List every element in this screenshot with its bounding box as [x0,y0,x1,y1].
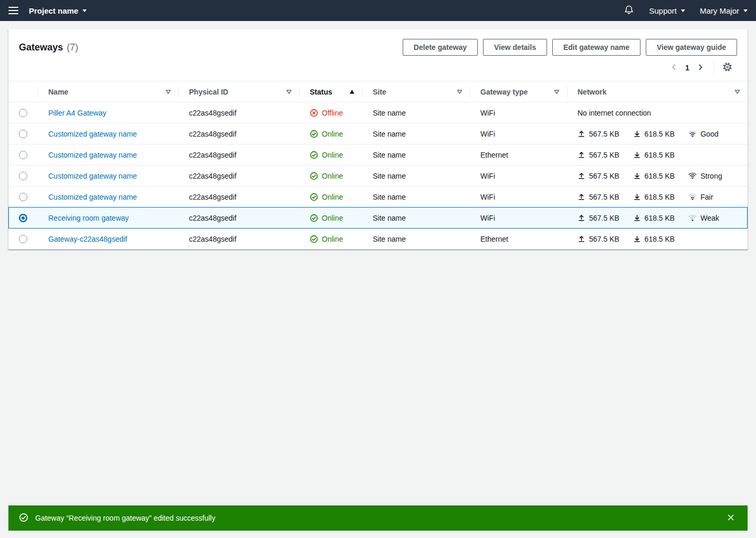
physical-id-cell: c22as48gsedif [178,229,299,249]
row-radio[interactable] [19,172,27,180]
status-text: Online [322,130,343,138]
network-cell: 567.5 KB618.5 KB [567,144,748,165]
wifi-icon [688,193,697,201]
select-cell [8,165,38,186]
table-settings-button[interactable] [720,61,734,75]
table-row[interactable]: Customized gateway namec22as48gsedifOnli… [8,165,748,187]
gateway-type-cell: Ethernet [470,144,567,165]
wifi-signal-label: Fair [700,193,713,201]
download-stat: 618.5 KB [633,235,675,243]
upload-value: 567.5 KB [589,193,620,201]
download-icon [633,151,641,159]
flashbar-close-button[interactable] [724,511,737,525]
row-radio[interactable] [19,151,27,159]
chevron-down-icon [82,9,87,12]
status-online-icon [310,193,318,201]
download-icon [633,172,641,180]
select-cell [8,144,38,165]
edit-gateway-name-button[interactable]: Edit gateway name [552,39,640,56]
column-header-network[interactable]: Network [567,81,748,102]
name-cell: Receiving room gateway [38,208,178,228]
gateway-type-cell: WiFi [470,123,567,144]
status-text: Offline [322,109,343,117]
project-name-menu[interactable]: Project name [29,6,87,15]
sort-ascending-icon [349,89,355,95]
column-header-gateway_type[interactable]: Gateway type [470,81,567,102]
network-cell: 567.5 KB618.5 KBFair [567,187,748,207]
support-menu[interactable]: Support [649,6,685,15]
upload-icon [578,130,585,138]
row-radio[interactable] [19,193,27,201]
notifications-button[interactable] [624,5,634,17]
status-indicator: Online [310,151,343,159]
name-cell: Customized gateway name [38,165,178,186]
wifi-signal-stat: Weak [688,214,719,222]
physical-id-cell: c22as48gsedif [178,102,299,123]
row-radio-selected[interactable] [19,214,27,222]
select-cell [8,229,38,249]
gateway-name-link[interactable]: Gateway-c22as48gsedif [48,235,127,243]
table-row[interactable]: Customized gateway namec22as48gsedifOnli… [8,187,748,208]
status-indicator: Online [310,193,343,201]
delete-gateway-button[interactable]: Delete gateway [403,39,478,56]
gateway-name-link[interactable]: Customized gateway name [48,151,137,159]
upload-stat: 567.5 KB [578,214,620,222]
status-cell: Online [299,144,362,165]
column-header-label: Network [578,88,606,96]
wifi-signal-stat: Strong [688,172,722,180]
row-radio[interactable] [19,109,27,117]
table-header-row: NamePhysical IDStatusSiteGateway typeNet… [8,81,748,102]
view-details-button[interactable]: View details [483,39,547,56]
hamburger-menu-icon[interactable] [8,7,18,14]
toolbar-divider [713,61,714,75]
gateway-name-link[interactable]: Customized gateway name [48,193,137,201]
status-online-icon [310,235,318,243]
project-name-label: Project name [29,6,78,15]
upload-value: 567.5 KB [589,151,620,159]
table-row[interactable]: Customized gateway namec22as48gsedifOnli… [8,144,748,165]
gateway-type-cell: WiFi [470,208,567,228]
upload-stat: 567.5 KB [578,235,620,243]
support-label: Support [649,6,677,15]
status-indicator: Online [310,214,343,222]
row-radio[interactable] [19,235,27,243]
select-cell [8,123,38,144]
sort-icon [286,89,292,95]
table-row[interactable]: Receiving room gatewayc22as48gsedifOnlin… [8,208,748,229]
site-cell: Site name [362,208,470,228]
gateway-type-cell: Ethernet [470,229,567,249]
previous-page-button[interactable] [667,61,681,75]
next-page-button[interactable] [694,61,707,75]
current-page-number[interactable]: 1 [681,64,694,72]
column-header-label: Physical ID [189,88,228,96]
wifi-signal-stat: Fair [688,193,713,201]
gateway-name-link[interactable]: Customized gateway name [48,130,137,138]
column-header-label: Name [48,88,68,96]
sort-icon [457,89,463,95]
column-header-physical_id[interactable]: Physical ID [178,81,299,102]
gateway-name-link[interactable]: Customized gateway name [48,172,137,180]
column-header-name[interactable]: Name [38,81,178,102]
view-gateway-guide-button[interactable]: View gateway guide [646,39,737,56]
physical-id-cell: c22as48gsedif [178,123,299,144]
physical-id-cell: c22as48gsedif [178,165,299,186]
upload-icon [578,151,585,159]
column-header-site[interactable]: Site [362,81,470,102]
download-value: 618.5 KB [645,130,675,138]
table-row[interactable]: Piller A4 Gatewayc22as48gsedifOfflineSit… [8,102,748,123]
gateway-name-link[interactable]: Piller A4 Gateway [48,109,107,117]
column-header-status[interactable]: Status [299,81,362,102]
site-cell: Site name [362,187,470,207]
table-row[interactable]: Customized gateway namec22as48gsedifOnli… [8,123,748,144]
user-menu[interactable]: Mary Major [700,6,748,15]
name-cell: Piller A4 Gateway [38,102,178,123]
gateway-name-link[interactable]: Receiving room gateway [48,214,129,222]
gateway-type-cell: WiFi [470,187,567,207]
table-row[interactable]: Gateway-c22as48gsedifc22as48gsedifOnline… [8,229,748,250]
status-text: Online [322,214,343,222]
page-title: Gateways (7) [19,42,78,53]
row-radio[interactable] [19,130,27,138]
download-icon [633,235,641,243]
upload-icon [578,214,585,222]
status-cell: Online [299,187,362,207]
